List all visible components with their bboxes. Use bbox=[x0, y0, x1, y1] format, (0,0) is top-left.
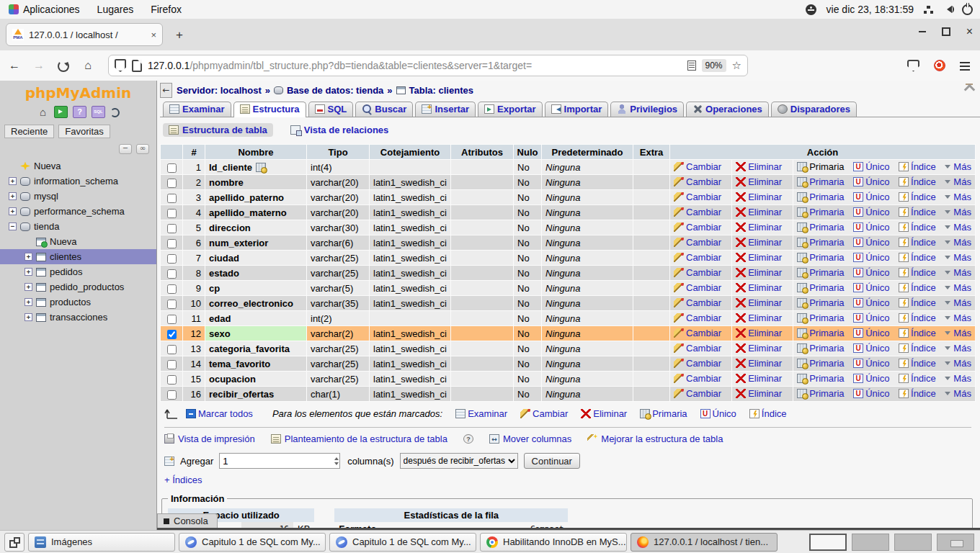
marked-action-cambiar[interactable]: Cambiar bbox=[520, 408, 568, 419]
indice-link[interactable]: Índice bbox=[899, 176, 936, 187]
tracking-shield-icon[interactable] bbox=[115, 59, 126, 72]
sidebar-item-mysql[interactable]: + mysql bbox=[0, 189, 156, 204]
tab-importar[interactable]: Importar bbox=[545, 102, 609, 117]
eliminar-link[interactable]: Eliminar bbox=[736, 358, 782, 369]
logout-icon[interactable] bbox=[54, 106, 68, 118]
clock[interactable]: vie dic 23, 18:31:59 bbox=[827, 4, 914, 15]
row-checkbox[interactable] bbox=[167, 330, 177, 339]
unico-link[interactable]: Único bbox=[853, 328, 889, 338]
indice-link[interactable]: Índice bbox=[899, 192, 936, 202]
tree-expander-icon[interactable]: + bbox=[24, 298, 32, 306]
marked-action-eliminar[interactable]: Eliminar bbox=[581, 408, 627, 419]
print-view-link[interactable]: Vista de impresión bbox=[164, 433, 255, 444]
cambiar-link[interactable]: Cambiar bbox=[674, 176, 721, 187]
extension-icon[interactable] bbox=[934, 60, 945, 71]
check-all-link[interactable]: Marcar todos bbox=[186, 408, 253, 419]
row-checkbox[interactable] bbox=[167, 300, 177, 309]
mas-link[interactable]: Más bbox=[945, 373, 971, 384]
places-menu[interactable]: Lugares bbox=[89, 0, 143, 19]
eliminar-link[interactable]: Eliminar bbox=[736, 222, 782, 233]
help-badge-icon[interactable] bbox=[463, 434, 473, 444]
cambiar-link[interactable]: Cambiar bbox=[674, 222, 721, 233]
cambiar-link[interactable]: Cambiar bbox=[674, 237, 721, 248]
row-checkbox[interactable] bbox=[167, 284, 177, 294]
primaria-link[interactable]: Primaria bbox=[797, 358, 844, 369]
subtab[interactable]: Vista de relaciones bbox=[285, 123, 395, 137]
tree-expander-icon[interactable]: − bbox=[9, 222, 17, 230]
taskbar-window-button[interactable]: 127.0.0.1 / localhost / tien... bbox=[631, 533, 778, 552]
sidebar-item-pedidos[interactable]: + pedidos bbox=[0, 264, 156, 279]
mas-link[interactable]: Más bbox=[945, 222, 971, 233]
marked-action-índice[interactable]: Índice bbox=[749, 408, 787, 419]
eliminar-link[interactable]: Eliminar bbox=[736, 388, 782, 399]
primaria-link[interactable]: Primaria bbox=[797, 373, 844, 384]
link-with-main-icon[interactable]: ∞ bbox=[136, 144, 149, 154]
url-bar[interactable]: 127.0.0.1/phpmyadmin/tbl_structure.php?d… bbox=[108, 55, 748, 76]
collapse-all-icon[interactable]: − bbox=[119, 144, 132, 154]
sidebar-item-nueva[interactable]: Nueva bbox=[0, 234, 156, 249]
primaria-link[interactable]: Primaria bbox=[797, 207, 844, 217]
row-checkbox[interactable] bbox=[167, 224, 177, 233]
eliminar-link[interactable]: Eliminar bbox=[736, 161, 782, 172]
row-checkbox[interactable] bbox=[167, 254, 177, 264]
primaria-link[interactable]: Primaria bbox=[797, 328, 844, 338]
cambiar-link[interactable]: Cambiar bbox=[674, 161, 721, 172]
back-button[interactable]: ← bbox=[4, 55, 24, 76]
sidebar-item-tienda[interactable]: − tienda bbox=[0, 219, 156, 234]
tab-estructura[interactable]: Estructura bbox=[233, 102, 306, 117]
unico-link[interactable]: Único bbox=[853, 207, 889, 217]
sidebar-item-performance_schema[interactable]: + performance_schema bbox=[0, 204, 156, 219]
collapse-navigation-button[interactable]: ← bbox=[160, 83, 172, 98]
unico-link[interactable]: Único bbox=[853, 267, 889, 278]
indice-link[interactable]: Índice bbox=[899, 267, 936, 278]
home-button[interactable]: ⌂ bbox=[78, 55, 98, 76]
cambiar-link[interactable]: Cambiar bbox=[674, 297, 721, 308]
unico-link[interactable]: Único bbox=[853, 343, 889, 354]
tree-expander-icon[interactable]: + bbox=[9, 177, 17, 185]
tab-exportar[interactable]: Exportar bbox=[478, 102, 542, 117]
taskbar-window-button[interactable]: Imágenes bbox=[28, 533, 175, 552]
mas-link[interactable]: Más bbox=[945, 358, 971, 369]
tab-insertar[interactable]: Insertar bbox=[415, 102, 476, 117]
primaria-link[interactable]: Primaria bbox=[797, 161, 844, 172]
indice-link[interactable]: Índice bbox=[899, 237, 936, 248]
mas-link[interactable]: Más bbox=[945, 282, 971, 293]
scroll-top-icon[interactable] bbox=[964, 84, 974, 92]
column-position-select[interactable]: después de recibir_ofertas bbox=[400, 453, 518, 469]
row-checkbox[interactable] bbox=[167, 315, 177, 324]
indice-link[interactable]: Índice bbox=[899, 222, 936, 233]
window-maximize-button[interactable] bbox=[942, 27, 950, 36]
tab-operaciones[interactable]: Operaciones bbox=[686, 102, 769, 117]
cambiar-link[interactable]: Cambiar bbox=[674, 282, 721, 293]
primaria-link[interactable]: Primaria bbox=[797, 297, 844, 308]
workspace-4[interactable] bbox=[937, 534, 974, 551]
indice-link[interactable]: Índice bbox=[899, 373, 936, 384]
indice-link[interactable]: Índice bbox=[899, 388, 936, 399]
row-checkbox[interactable] bbox=[167, 375, 177, 385]
tree-expander-icon[interactable]: + bbox=[24, 253, 32, 261]
eliminar-link[interactable]: Eliminar bbox=[736, 328, 782, 338]
eliminar-link[interactable]: Eliminar bbox=[736, 192, 782, 202]
indice-link[interactable]: Índice bbox=[899, 313, 936, 323]
sidebar-item-productos[interactable]: + productos bbox=[0, 295, 156, 310]
taskbar-window-button[interactable]: Capitulo 1 de SQL com My... bbox=[329, 533, 476, 552]
row-checkbox[interactable] bbox=[167, 360, 177, 369]
row-checkbox[interactable] bbox=[167, 390, 177, 400]
pocket-icon[interactable] bbox=[907, 60, 919, 72]
sidebar-item-pedido_productos[interactable]: + pedido_productos bbox=[0, 279, 156, 295]
marked-action-único[interactable]: Único bbox=[700, 408, 736, 419]
unico-link[interactable]: Único bbox=[853, 252, 889, 263]
indice-link[interactable]: Índice bbox=[899, 282, 936, 293]
cambiar-link[interactable]: Cambiar bbox=[674, 313, 721, 323]
eliminar-link[interactable]: Eliminar bbox=[736, 237, 782, 248]
row-checkbox[interactable] bbox=[167, 269, 177, 279]
row-checkbox[interactable] bbox=[167, 163, 177, 173]
phpmyadmin-logo[interactable]: phpMyAdmin bbox=[0, 85, 156, 101]
unico-link[interactable]: Único bbox=[853, 192, 889, 202]
unico-link[interactable]: Único bbox=[853, 282, 889, 293]
mas-link[interactable]: Más bbox=[945, 267, 971, 278]
workspace-2[interactable] bbox=[852, 534, 889, 551]
bookmark-star-icon[interactable]: ☆ bbox=[732, 59, 741, 72]
tree-expander-icon[interactable]: + bbox=[9, 207, 17, 215]
taskbar-window-button[interactable]: Capitulo 1 de SQL com My... bbox=[179, 533, 326, 552]
